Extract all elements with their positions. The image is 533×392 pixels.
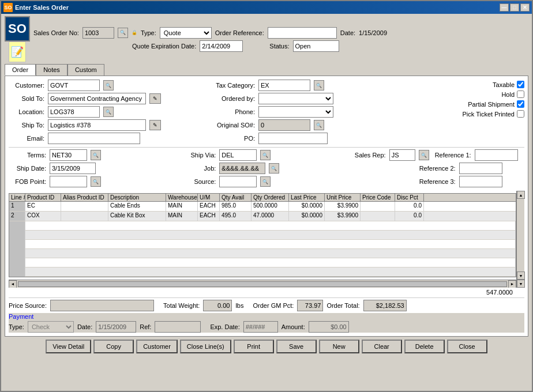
table-row[interactable] bbox=[9, 258, 516, 267]
horizontal-scrollbar[interactable]: ◄ ► bbox=[9, 280, 516, 288]
close-lines-button[interactable]: Close Line(s) bbox=[180, 340, 231, 353]
ship-to-edit-button[interactable]: ✎ bbox=[149, 120, 161, 130]
payment-ref-input[interactable] bbox=[155, 321, 201, 333]
tax-category-search-button[interactable]: 🔍 bbox=[314, 80, 324, 91]
table-row[interactable]: 1 EC Cable Ends MAIN EACH 985.0 500.0000… bbox=[9, 202, 516, 212]
ref2-input[interactable] bbox=[459, 163, 502, 174]
clear-button[interactable]: Clear bbox=[362, 340, 402, 353]
table-row[interactable] bbox=[9, 231, 516, 240]
sales-rep-input[interactable] bbox=[389, 149, 415, 161]
location-input[interactable] bbox=[48, 106, 100, 118]
save-button[interactable]: Save bbox=[276, 340, 317, 353]
payment-type-dropdown[interactable]: Check bbox=[28, 321, 74, 333]
scroll-up-button[interactable]: ▲ bbox=[517, 191, 525, 199]
po-input[interactable] bbox=[258, 133, 328, 144]
copy-button[interactable]: Copy bbox=[93, 340, 134, 353]
sold-to-input[interactable] bbox=[48, 93, 146, 104]
sales-order-search-button[interactable]: 🔍 bbox=[118, 28, 128, 38]
minimize-button[interactable]: — bbox=[500, 3, 509, 12]
fob-point-input[interactable] bbox=[50, 176, 87, 187]
type-label: Type: bbox=[141, 29, 156, 36]
col-unit-price: Unit Price bbox=[325, 194, 361, 201]
cell-disc-pct-2: 0.0 bbox=[395, 212, 424, 221]
exp-date-input[interactable] bbox=[243, 321, 278, 333]
customer-input[interactable] bbox=[48, 80, 100, 91]
scroll-right-button[interactable]: ► bbox=[508, 280, 516, 288]
fob-search-button[interactable]: 🔍 bbox=[91, 176, 101, 187]
terms-search-button[interactable]: 🔍 bbox=[91, 150, 101, 160]
vertical-scrollbar[interactable]: ▲ ▼ ▼ bbox=[516, 191, 524, 288]
total-weight-input[interactable] bbox=[203, 300, 232, 311]
scroll-left-button[interactable]: ◄ bbox=[9, 280, 17, 288]
ship-to-label: Ship To: bbox=[9, 122, 44, 129]
original-so-search-button[interactable]: 🔍 bbox=[314, 120, 324, 130]
location-search-button[interactable]: 🔍 bbox=[103, 107, 114, 117]
ship-via-label: Ship Via: bbox=[181, 152, 216, 159]
close-window-button[interactable]: ✕ bbox=[520, 3, 530, 12]
amount-input[interactable] bbox=[309, 321, 349, 333]
close-button[interactable]: Close bbox=[447, 340, 487, 353]
original-so-input[interactable] bbox=[258, 119, 310, 131]
tab-order[interactable]: Order bbox=[5, 64, 36, 76]
ref3-input[interactable] bbox=[459, 176, 502, 187]
table-row[interactable] bbox=[9, 267, 516, 277]
customer-search-button[interactable]: 🔍 bbox=[103, 80, 114, 91]
sold-to-edit-button[interactable]: ✎ bbox=[149, 93, 161, 104]
ordered-by-dropdown[interactable] bbox=[258, 93, 333, 104]
maximize-button[interactable]: □ bbox=[510, 3, 519, 12]
original-so-label: Original SO#: bbox=[209, 122, 255, 129]
job-search-button[interactable]: 🔍 bbox=[269, 163, 279, 174]
scroll-page-down-button[interactable]: ▼ bbox=[517, 280, 525, 288]
order-reference-input[interactable] bbox=[268, 27, 337, 39]
payment-date-input[interactable] bbox=[96, 321, 136, 333]
source-input[interactable] bbox=[219, 176, 257, 187]
view-detail-button[interactable]: View Detail bbox=[46, 340, 91, 353]
total-qty-value: 547.0000 bbox=[486, 289, 513, 296]
delete-button[interactable]: Delete bbox=[404, 340, 445, 353]
hold-checkbox[interactable] bbox=[517, 91, 524, 98]
tab-custom[interactable]: Custom bbox=[67, 64, 104, 76]
tax-category-input[interactable] bbox=[258, 80, 310, 91]
title-bar: SO Enter Sales Order — □ ✕ bbox=[1, 1, 532, 14]
taxable-checkbox[interactable] bbox=[517, 81, 524, 88]
date-label: Date: bbox=[340, 29, 355, 36]
print-button[interactable]: Print bbox=[234, 340, 274, 353]
sales-order-input[interactable] bbox=[82, 27, 114, 39]
order-total-input[interactable] bbox=[363, 300, 407, 311]
status-input[interactable] bbox=[293, 40, 339, 52]
new-button[interactable]: New bbox=[319, 340, 359, 353]
ship-to-input[interactable] bbox=[48, 119, 146, 131]
type-dropdown[interactable]: Quote Order bbox=[160, 27, 212, 39]
table-row[interactable]: 2 COX Cable Kit Box MAIN EACH 495.0 47.0… bbox=[9, 212, 516, 221]
table-row[interactable] bbox=[9, 249, 516, 258]
price-source-input[interactable] bbox=[50, 300, 154, 311]
order-gm-label: Order GM Pct: bbox=[253, 302, 294, 309]
terms-input[interactable] bbox=[50, 149, 87, 161]
scroll-thumb[interactable] bbox=[18, 281, 507, 287]
main-window: SO Enter Sales Order — □ ✕ SO 📝 Sales Or… bbox=[0, 0, 533, 392]
ref1-label: Reference 1: bbox=[435, 152, 471, 159]
job-input[interactable] bbox=[219, 163, 265, 174]
scroll-down-button[interactable]: ▼ bbox=[517, 272, 525, 280]
pick-ticket-checkbox[interactable] bbox=[517, 110, 524, 118]
sales-rep-search-button[interactable]: 🔍 bbox=[419, 150, 429, 160]
quote-expiration-label: Quote Expiration Date: bbox=[132, 43, 196, 50]
table-row[interactable] bbox=[9, 221, 516, 231]
hold-label: Hold bbox=[501, 91, 515, 98]
tab-notes[interactable]: Notes bbox=[36, 64, 67, 76]
ship-date-input[interactable] bbox=[50, 163, 96, 174]
table-row[interactable] bbox=[9, 240, 516, 249]
taxable-label: Taxable bbox=[493, 81, 515, 88]
cell-unit-price-2: $3.9900 bbox=[325, 212, 361, 221]
order-gm-input[interactable] bbox=[297, 300, 323, 311]
email-input[interactable] bbox=[48, 133, 140, 144]
source-search-button[interactable]: 🔍 bbox=[260, 176, 271, 187]
ship-via-input[interactable] bbox=[219, 149, 257, 161]
ref1-input[interactable] bbox=[475, 149, 518, 161]
phone-dropdown[interactable] bbox=[258, 106, 333, 118]
ship-via-search-button[interactable]: 🔍 bbox=[260, 150, 271, 160]
pick-ticket-label: Pick Ticket Printed bbox=[463, 111, 515, 118]
quote-expiration-input[interactable] bbox=[200, 40, 243, 52]
customer-button[interactable]: Customer bbox=[136, 340, 178, 353]
partial-shipment-checkbox[interactable] bbox=[517, 100, 524, 108]
